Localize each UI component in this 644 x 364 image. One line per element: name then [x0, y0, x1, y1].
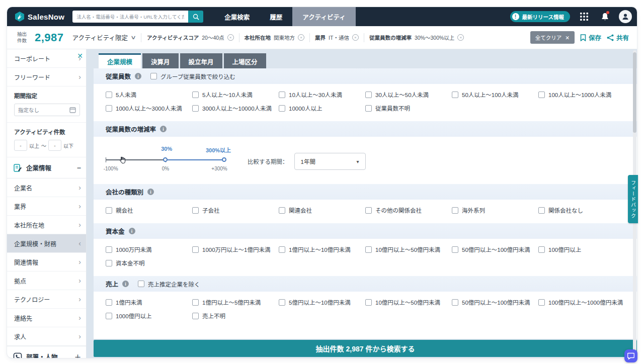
- filter-option[interactable]: 1億円未満: [106, 298, 192, 306]
- share-button[interactable]: 共有: [607, 33, 629, 42]
- checkbox[interactable]: [538, 207, 545, 214]
- checkbox[interactable]: [365, 105, 372, 112]
- tab-設立年月[interactable]: 設立年月: [180, 53, 222, 68]
- checkbox[interactable]: [452, 246, 458, 253]
- release-info-button[interactable]: ! 最新リリース情報: [510, 11, 570, 22]
- checkbox[interactable]: [279, 299, 285, 306]
- checkbox[interactable]: [538, 92, 545, 98]
- checkbox[interactable]: [365, 246, 372, 253]
- filter-option[interactable]: 10000人以上: [279, 104, 365, 112]
- checkbox[interactable]: [452, 207, 458, 214]
- checkbox[interactable]: [192, 246, 199, 253]
- feedback-tab[interactable]: フィードバック: [628, 175, 638, 223]
- filter-option[interactable]: 1億円以上〜5億円未満: [192, 298, 279, 306]
- filter-option[interactable]: 50人以上〜100人未満: [452, 90, 538, 99]
- checkbox[interactable]: [365, 299, 372, 306]
- checkbox[interactable]: [192, 105, 199, 112]
- filter-option[interactable]: 30人以上〜50人未満: [365, 90, 452, 99]
- checkbox[interactable]: [106, 260, 112, 266]
- checkbox[interactable]: [365, 207, 372, 214]
- sidebar-close-icon[interactable]: ✕: [77, 52, 83, 59]
- activity-max-input[interactable]: [48, 140, 61, 151]
- checkbox[interactable]: [192, 92, 199, 98]
- sidebar-item-コーポレート[interactable]: コーポレート›: [7, 49, 86, 68]
- chat-widget-button[interactable]: [624, 349, 637, 362]
- filter-option[interactable]: 100億円以上〜1000億円未満: [538, 298, 625, 306]
- remove-chip-icon[interactable]: ×: [298, 34, 304, 41]
- checkbox[interactable]: [106, 246, 112, 253]
- filter-option[interactable]: 50億円以上〜100億円未満: [452, 298, 538, 306]
- sidebar-item-連絡先[interactable]: 連絡先›: [7, 309, 86, 327]
- clear-all-button[interactable]: 全てクリア ✕: [530, 31, 575, 44]
- checkbox[interactable]: [279, 246, 285, 253]
- filter-option[interactable]: 子会社: [192, 206, 279, 214]
- sidebar-item-テクノロジー[interactable]: テクノロジー›: [7, 290, 86, 309]
- sidebar-item-departments-people[interactable]: 部署・人物 ＋: [7, 346, 86, 358]
- info-icon[interactable]: i: [160, 126, 167, 132]
- period-select-input[interactable]: 指定なし: [14, 104, 80, 116]
- filter-option[interactable]: 3000人以上〜10000人未満: [192, 104, 279, 112]
- group-employees-checkbox[interactable]: グループ従業員数で絞り込む: [150, 72, 235, 80]
- filter-option[interactable]: 100人以上〜1000人未満: [538, 90, 625, 99]
- filter-option[interactable]: 1000万円以上〜1億円未満: [192, 245, 279, 253]
- nav-item-アクティビティ[interactable]: アクティビティ: [292, 7, 355, 26]
- slider-handle-min[interactable]: [163, 157, 168, 162]
- filter-option[interactable]: 海外系列: [452, 206, 538, 214]
- filter-option[interactable]: 5億円以上〜10億円未満: [279, 298, 365, 306]
- checkbox[interactable]: [192, 299, 199, 306]
- user-avatar[interactable]: [619, 10, 632, 23]
- save-search-button[interactable]: 保存: [580, 33, 601, 42]
- filter-option[interactable]: 関係会社なし: [538, 206, 625, 214]
- tab-決算月[interactable]: 決算月: [142, 53, 179, 68]
- sidebar-item-業界[interactable]: 業界›: [7, 197, 86, 216]
- remove-chip-icon[interactable]: ×: [352, 34, 359, 41]
- checkbox[interactable]: [138, 281, 144, 287]
- checkbox[interactable]: [106, 207, 112, 214]
- remove-chip-icon[interactable]: ×: [227, 34, 234, 41]
- global-search-input[interactable]: [72, 11, 188, 23]
- checkbox[interactable]: [538, 246, 545, 253]
- filter-option[interactable]: 100億円以上: [538, 245, 625, 253]
- app-logo[interactable]: SalesNow: [15, 7, 64, 26]
- filter-option[interactable]: 従業員数不明: [365, 104, 452, 112]
- filter-option[interactable]: 10億円以上〜50億円未満: [365, 298, 452, 306]
- filter-option[interactable]: その他の関係会社: [365, 206, 452, 214]
- slider-handle-max[interactable]: [222, 157, 226, 162]
- plus-icon[interactable]: ＋: [74, 352, 81, 358]
- tab-上場区分[interactable]: 上場区分: [224, 53, 266, 68]
- collapse-icon[interactable]: −: [77, 164, 81, 172]
- info-icon[interactable]: i: [135, 73, 141, 79]
- filter-option[interactable]: 1000万円未満: [106, 245, 192, 253]
- filter-option[interactable]: 1億円以上〜10億円未満: [279, 245, 365, 253]
- filter-option[interactable]: 10億円以上〜50億円未満: [365, 245, 452, 253]
- filter-option[interactable]: 5人以上〜10人未満: [192, 90, 279, 99]
- scrollbar-thumb[interactable]: [633, 52, 636, 133]
- checkbox[interactable]: [279, 92, 285, 98]
- info-icon[interactable]: i: [129, 228, 135, 234]
- checkbox[interactable]: [106, 92, 112, 98]
- search-submit-button[interactable]: 抽出件数 2,987 件から検索する: [94, 340, 637, 357]
- filter-option[interactable]: 関連会社: [279, 206, 365, 214]
- activity-scope-dropdown[interactable]: アクティビティ限定 ∨: [72, 33, 135, 42]
- filter-option[interactable]: 1000億円以上: [106, 312, 192, 320]
- nav-item-企業検索[interactable]: 企業検索: [214, 7, 260, 26]
- sidebar-item-求人[interactable]: 求人›: [7, 327, 86, 346]
- growth-rate-slider[interactable]: 30% 300%以上 -100% 0% +3: [106, 143, 225, 174]
- apps-grid-icon[interactable]: [578, 10, 591, 23]
- checkbox[interactable]: [279, 105, 285, 112]
- search-button[interactable]: [188, 11, 203, 23]
- checkbox[interactable]: [452, 299, 458, 306]
- checkbox[interactable]: [106, 299, 112, 306]
- filter-option[interactable]: 50億円以上〜100億円未満: [452, 245, 538, 253]
- tab-企業規模[interactable]: 企業規模: [99, 53, 141, 68]
- filter-option[interactable]: 10人以上〜30人未満: [279, 90, 365, 99]
- filter-option[interactable]: 5人未満: [106, 90, 192, 99]
- checkbox[interactable]: [106, 313, 112, 319]
- sidebar-item-拠点[interactable]: 拠点›: [7, 271, 86, 290]
- compare-period-select[interactable]: 1年間 ▾: [294, 153, 366, 170]
- activity-min-input[interactable]: [14, 140, 27, 151]
- exclude-estimated-revenue-checkbox[interactable]: 売上推定企業を除く: [138, 280, 200, 288]
- sidebar-item-関連情報[interactable]: 関連情報›: [7, 253, 86, 271]
- sidebar-item-フリーワード[interactable]: フリーワード›: [7, 68, 86, 86]
- sidebar-item-企業規模・財務[interactable]: 企業規模・財務‹: [7, 234, 86, 253]
